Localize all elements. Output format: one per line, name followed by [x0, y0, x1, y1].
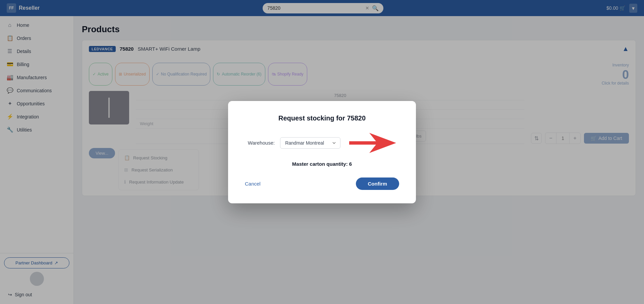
- modal-overlay: Request stocking for 75820 Warehouse: Ra…: [0, 0, 644, 304]
- warehouse-label: Warehouse:: [248, 140, 275, 146]
- warehouse-select-container: Randmar Montreal Randmar Toronto Randmar…: [280, 137, 340, 149]
- cancel-button[interactable]: Cancel: [245, 181, 261, 187]
- modal-actions: Cancel Confirm: [245, 178, 399, 190]
- modal-title: Request stocking for 75820: [245, 114, 399, 122]
- arrow-annotation: [349, 133, 396, 153]
- warehouse-select[interactable]: Randmar Montreal Randmar Toronto Randmar…: [280, 137, 340, 149]
- carton-qty-text: Master carton quantity: 6: [245, 161, 399, 167]
- request-stocking-modal: Request stocking for 75820 Warehouse: Ra…: [228, 101, 416, 203]
- warehouse-row: Warehouse: Randmar Montreal Randmar Toro…: [245, 133, 399, 153]
- confirm-button[interactable]: Confirm: [356, 178, 399, 190]
- svg-marker-0: [349, 133, 396, 153]
